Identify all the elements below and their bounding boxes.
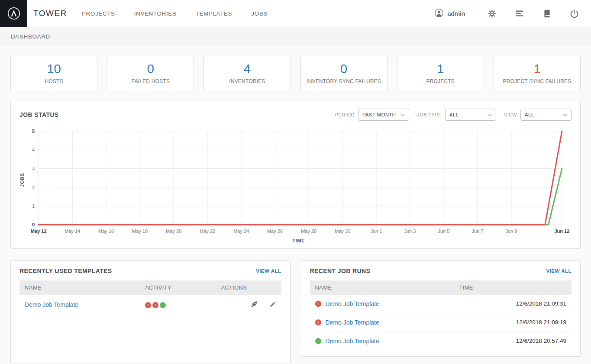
job-run-row: Demo Job Template 12/6/2018 21:08:19 bbox=[310, 313, 572, 332]
job-run-row: Demo Job Template 12/6/2018 21:09:31 bbox=[310, 295, 572, 313]
job-name-link[interactable]: Demo Job Template bbox=[326, 319, 379, 326]
power-icon bbox=[570, 9, 579, 18]
stat-label: INVENTORIES bbox=[206, 78, 288, 84]
period-select-value: PAST MONTH bbox=[362, 112, 396, 117]
jobruns-panel-header: RECENT JOB RUNS VIEW ALL bbox=[310, 267, 572, 274]
top-navbar: TOWER PROJECTS INVENTORIES TEMPLATES JOB… bbox=[0, 0, 591, 27]
main-nav: PROJECTS INVENTORIES TEMPLATES JOBS bbox=[82, 10, 268, 17]
svg-text:May 26: May 26 bbox=[267, 229, 283, 234]
breadcrumb[interactable]: DASHBOARD bbox=[11, 33, 50, 40]
docs-button[interactable] bbox=[543, 9, 552, 18]
svg-text:Jun 12: Jun 12 bbox=[554, 229, 569, 234]
templates-table: NAME ACTIVITY ACTIONS Demo Job Template bbox=[19, 280, 281, 315]
stat-card-failed-hosts[interactable]: 0 FAILED HOSTS bbox=[107, 56, 194, 91]
stat-card-inventory-sync-failures[interactable]: 0 INVENTORY SYNC FAILURES bbox=[300, 56, 388, 91]
job-status-filters: PERIOD PAST MONTH JOB TYPE ALL bbox=[335, 109, 572, 121]
jobruns-view-all-link[interactable]: VIEW ALL bbox=[546, 268, 572, 274]
job-time: 12/6/2018 21:09:31 bbox=[454, 295, 572, 313]
x-axis-label: TIME bbox=[26, 238, 572, 243]
col-name: NAME bbox=[19, 280, 140, 295]
stat-card-project-sync-failures[interactable]: 1 PROJECT SYNC FAILURES bbox=[494, 56, 581, 91]
svg-text:4: 4 bbox=[32, 147, 35, 152]
nav-item-jobs[interactable]: JOBS bbox=[251, 10, 268, 17]
stat-label: FAILED HOSTS bbox=[109, 78, 192, 84]
chevron-down-icon bbox=[488, 112, 492, 117]
stat-value: 4 bbox=[206, 61, 288, 77]
filter-label: PERIOD bbox=[335, 112, 355, 117]
user-icon bbox=[434, 8, 444, 19]
template-name-link[interactable]: Demo Job Template bbox=[25, 301, 78, 308]
chevron-down-icon bbox=[400, 112, 405, 117]
stat-card-inventories[interactable]: 4 INVENTORIES bbox=[203, 56, 291, 91]
job-status-header: JOB STATUS PERIOD PAST MONTH JOB TYPE AL… bbox=[19, 109, 572, 121]
activity-status-icon[interactable] bbox=[145, 302, 151, 308]
svg-text:May 18: May 18 bbox=[132, 229, 148, 234]
stat-card-projects[interactable]: 1 PROJECTS bbox=[397, 56, 484, 91]
panel-title: RECENT JOB RUNS bbox=[310, 267, 371, 274]
pencil-icon bbox=[269, 301, 276, 309]
job-time: 12/6/2018 21:08:19 bbox=[454, 313, 572, 332]
user-menu[interactable]: admin bbox=[434, 8, 465, 19]
nav-item-inventories[interactable]: INVENTORIES bbox=[134, 10, 177, 17]
view-settings-button[interactable] bbox=[515, 9, 524, 18]
col-name: NAME bbox=[310, 280, 454, 295]
template-row: Demo Job Template bbox=[19, 295, 281, 315]
svg-text:May 28: May 28 bbox=[301, 229, 316, 234]
stats-row: 10 HOSTS 0 FAILED HOSTS 4 INVENTORIES 0 … bbox=[10, 56, 581, 91]
settings-button[interactable] bbox=[488, 9, 497, 18]
job-name-link[interactable]: Demo Job Template bbox=[326, 338, 379, 345]
filter-period: PERIOD PAST MONTH bbox=[335, 109, 409, 121]
job-status-icon bbox=[315, 301, 321, 307]
gear-icon bbox=[488, 9, 497, 18]
svg-text:Jun 5: Jun 5 bbox=[438, 229, 449, 234]
job-time: 12/6/2018 20:57:49 bbox=[454, 332, 572, 350]
period-select[interactable]: PAST MONTH bbox=[358, 109, 409, 121]
nav-item-projects[interactable]: PROJECTS bbox=[82, 10, 115, 17]
svg-text:May 20: May 20 bbox=[166, 229, 181, 234]
rocket-icon bbox=[250, 300, 258, 309]
svg-text:Jun 3: Jun 3 bbox=[404, 229, 416, 234]
recent-job-runs-panel: RECENT JOB RUNS VIEW ALL NAME TIME bbox=[301, 260, 581, 357]
svg-text:Jun 1: Jun 1 bbox=[370, 229, 382, 234]
ansible-logo-icon[interactable] bbox=[0, 0, 27, 27]
navbar-actions: admin bbox=[434, 8, 591, 19]
edit-button[interactable] bbox=[269, 301, 276, 309]
templates-view-all-link[interactable]: VIEW ALL bbox=[256, 268, 281, 274]
nav-item-templates[interactable]: TEMPLATES bbox=[196, 10, 233, 17]
job-type-select-value: ALL bbox=[449, 112, 459, 117]
job-name-link[interactable]: Demo Job Template bbox=[326, 300, 379, 307]
job-type-select[interactable]: ALL bbox=[445, 109, 496, 121]
view-select[interactable]: ALL bbox=[520, 109, 572, 121]
col-actions: ACTIONS bbox=[216, 280, 281, 295]
svg-text:Jun 7: Jun 7 bbox=[472, 229, 483, 234]
svg-text:May 14: May 14 bbox=[65, 229, 80, 234]
stat-label: INVENTORY SYNC FAILURES bbox=[303, 78, 385, 84]
stat-value: 1 bbox=[399, 61, 482, 77]
logout-button[interactable] bbox=[570, 9, 579, 18]
chart-area: 012345May 12May 14May 16May 18May 20May … bbox=[26, 128, 572, 243]
bottom-row: RECENTLY USED TEMPLATES VIEW ALL NAME AC… bbox=[10, 260, 581, 364]
stat-value: 10 bbox=[13, 61, 95, 77]
list-icon bbox=[515, 9, 524, 18]
filter-view: VIEW ALL bbox=[504, 109, 572, 121]
stat-value: 0 bbox=[109, 61, 192, 77]
brand-title: TOWER bbox=[33, 9, 67, 18]
launch-button[interactable] bbox=[250, 300, 258, 309]
activity-status-icon[interactable] bbox=[152, 302, 158, 308]
svg-text:May 16: May 16 bbox=[98, 229, 114, 234]
svg-text:May 24: May 24 bbox=[233, 229, 249, 234]
filter-job-type: JOB TYPE ALL bbox=[417, 109, 496, 121]
activity-status-icon[interactable] bbox=[160, 302, 166, 308]
filter-label: JOB TYPE bbox=[417, 112, 442, 117]
recently-used-templates-panel: RECENTLY USED TEMPLATES VIEW ALL NAME AC… bbox=[10, 260, 291, 364]
job-status-icon bbox=[315, 338, 321, 344]
stat-value: 1 bbox=[496, 61, 578, 77]
svg-text:0: 0 bbox=[32, 222, 35, 227]
stat-card-hosts[interactable]: 10 HOSTS bbox=[10, 56, 97, 91]
stat-value: 0 bbox=[303, 61, 385, 77]
job-runs-table: NAME TIME Demo Job Template 12/6/2018 21… bbox=[310, 280, 572, 350]
chevron-down-icon bbox=[563, 112, 567, 117]
brand: TOWER bbox=[0, 0, 67, 27]
panel-title: RECENTLY USED TEMPLATES bbox=[19, 267, 112, 274]
svg-text:3: 3 bbox=[32, 166, 35, 171]
